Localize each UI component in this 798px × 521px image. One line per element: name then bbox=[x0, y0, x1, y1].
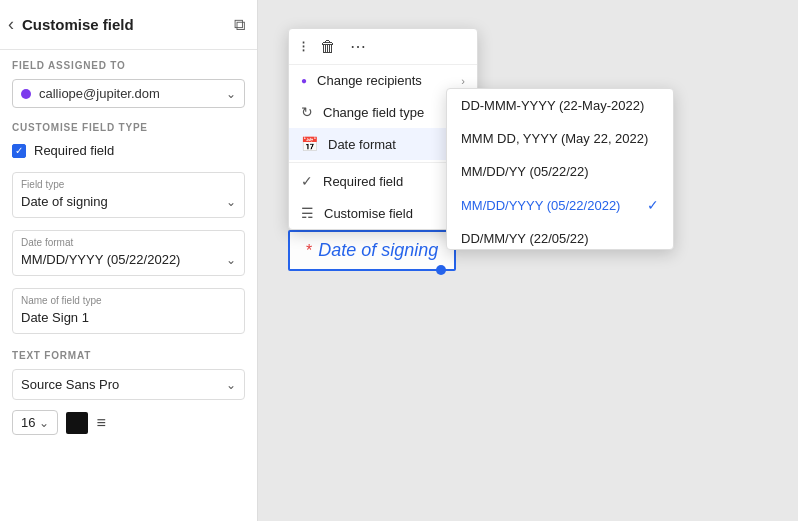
name-of-field-group[interactable]: Name of field type Date Sign 1 bbox=[12, 288, 245, 334]
date-option-dd-mmm-yyyy[interactable]: DD-MMM-YYYY (22-May-2022) bbox=[447, 89, 673, 122]
required-checkbox[interactable]: ✓ bbox=[12, 144, 26, 158]
recipient-dot-icon: ● bbox=[301, 75, 307, 86]
date-field[interactable]: * Date of signing bbox=[288, 230, 456, 271]
font-selector[interactable]: Source Sans Pro ⌄ bbox=[12, 369, 245, 400]
panel-header: ‹ Customise field ⧉ bbox=[0, 0, 257, 50]
font-size-value: 16 bbox=[21, 415, 35, 430]
required-field-menu-label: Required field bbox=[323, 174, 465, 189]
date-option-dd-mm-yy[interactable]: DD/MM/YY (22/05/22) bbox=[447, 222, 673, 249]
left-panel: ‹ Customise field ⧉ FIELD ASSIGNED TO ca… bbox=[0, 0, 258, 521]
back-icon[interactable]: ‹ bbox=[8, 14, 14, 35]
date-option-mm-dd-yyyy[interactable]: MM/DD/YYYY (05/22/2022) ✓ bbox=[447, 188, 673, 222]
trash-icon[interactable]: 🗑 bbox=[320, 38, 336, 56]
text-format-label: TEXT FORMAT bbox=[0, 340, 257, 367]
date-format-submenu: DD-MMM-YYYY (22-May-2022) MMM DD, YYYY (… bbox=[446, 88, 674, 250]
copy-icon[interactable]: ⧉ bbox=[234, 16, 245, 34]
change-recipients-arrow-icon: › bbox=[461, 75, 465, 87]
customise-field-type-label: CUSTOMISE FIELD TYPE bbox=[0, 112, 257, 139]
date-field-placeholder: Date of signing bbox=[318, 240, 438, 261]
color-swatch[interactable] bbox=[66, 412, 88, 434]
refresh-icon: ↻ bbox=[301, 104, 313, 120]
font-size-row: 16 ⌄ ≡ bbox=[0, 402, 257, 443]
required-label: Required field bbox=[34, 143, 114, 158]
calendar-icon: 📅 bbox=[301, 136, 318, 152]
date-format-chevron-icon: ⌄ bbox=[226, 253, 236, 267]
change-recipients-label: Change recipients bbox=[317, 73, 461, 88]
date-format-value-row: MM/DD/YYYY (05/22/2022) ⌄ bbox=[21, 252, 236, 267]
date-option-label-1: MMM DD, YYYY (May 22, 2022) bbox=[461, 131, 648, 146]
chevron-down-icon: ⌄ bbox=[226, 87, 236, 101]
panel-title: Customise field bbox=[22, 16, 134, 33]
more-options-icon[interactable]: ⋯ bbox=[350, 37, 366, 56]
resize-handle[interactable] bbox=[436, 265, 446, 275]
settings-icon: ☴ bbox=[301, 205, 314, 221]
menu-icons-row: ⁝ 🗑 ⋯ bbox=[289, 29, 477, 65]
required-check-icon: ✓ bbox=[301, 173, 313, 189]
font-chevron-icon: ⌄ bbox=[226, 378, 236, 392]
field-type-chevron-icon: ⌄ bbox=[226, 195, 236, 209]
date-format-label: Date format bbox=[21, 237, 236, 248]
font-size-chevron-icon: ⌄ bbox=[39, 416, 49, 430]
date-submenu-list: DD-MMM-YYYY (22-May-2022) MMM DD, YYYY (… bbox=[447, 89, 673, 249]
date-option-mmm-dd-yyyy[interactable]: MMM DD, YYYY (May 22, 2022) bbox=[447, 122, 673, 155]
grid-icon[interactable]: ⁝ bbox=[301, 37, 306, 56]
date-option-label-0: DD-MMM-YYYY (22-May-2022) bbox=[461, 98, 644, 113]
recipient-email: calliope@jupiter.dom bbox=[39, 86, 226, 101]
name-field-value: Date Sign 1 bbox=[21, 310, 236, 325]
customise-field-label: Customise field bbox=[324, 206, 465, 221]
field-type-value: Date of signing bbox=[21, 194, 108, 209]
right-area: ⁝ 🗑 ⋯ ● Change recipients › ↻ Change fie… bbox=[258, 0, 798, 521]
field-type-group[interactable]: Field type Date of signing ⌄ bbox=[12, 172, 245, 218]
selected-check-icon: ✓ bbox=[647, 197, 659, 213]
check-icon: ✓ bbox=[15, 145, 23, 156]
date-format-label: Date format bbox=[328, 137, 461, 152]
field-type-label: Field type bbox=[21, 179, 236, 190]
field-assigned-label: FIELD ASSIGNED TO bbox=[0, 50, 257, 75]
date-format-value: MM/DD/YYYY (05/22/2022) bbox=[21, 252, 180, 267]
date-option-label-4: DD/MM/YY (22/05/22) bbox=[461, 231, 589, 246]
required-field-row[interactable]: ✓ Required field bbox=[0, 139, 257, 166]
field-type-value-row: Date of signing ⌄ bbox=[21, 194, 236, 209]
name-field-label: Name of field type bbox=[21, 295, 236, 306]
text-align-icon[interactable]: ≡ bbox=[96, 414, 105, 432]
recipient-dot bbox=[21, 89, 31, 99]
change-field-type-label: Change field type bbox=[323, 105, 461, 120]
required-asterisk: * bbox=[306, 242, 312, 260]
font-size-selector[interactable]: 16 ⌄ bbox=[12, 410, 58, 435]
date-option-mm-dd-yy[interactable]: MM/DD/YY (05/22/22) bbox=[447, 155, 673, 188]
date-option-label-2: MM/DD/YY (05/22/22) bbox=[461, 164, 589, 179]
date-format-group[interactable]: Date format MM/DD/YYYY (05/22/2022) ⌄ bbox=[12, 230, 245, 276]
recipient-selector[interactable]: calliope@jupiter.dom ⌄ bbox=[12, 79, 245, 108]
date-option-label-3: MM/DD/YYYY (05/22/2022) bbox=[461, 198, 620, 213]
font-name: Source Sans Pro bbox=[21, 377, 119, 392]
